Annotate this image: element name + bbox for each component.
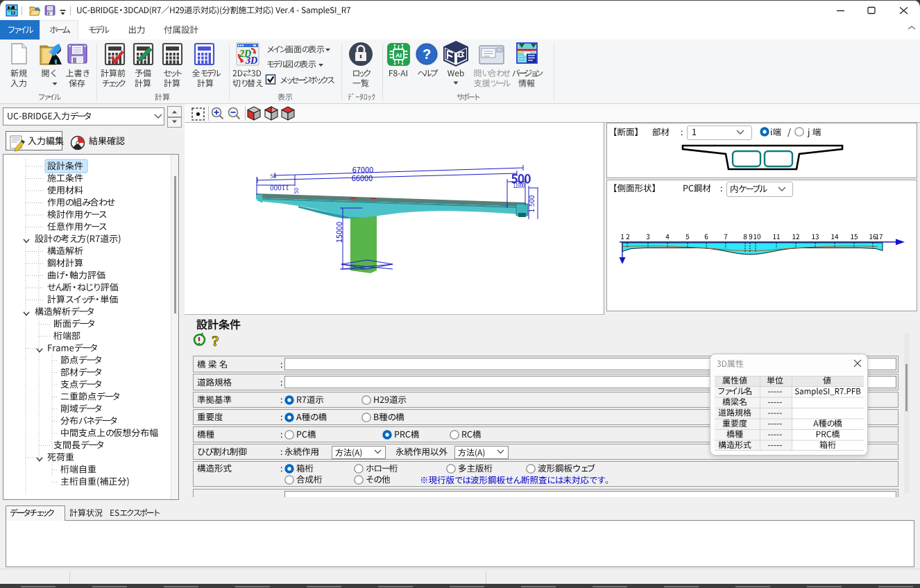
- svg-text:3D: 3D: [245, 55, 257, 66]
- svg-text:?: ?: [212, 332, 219, 349]
- svg-text:AI: AI: [395, 52, 402, 59]
- svg-text:?: ?: [423, 46, 431, 62]
